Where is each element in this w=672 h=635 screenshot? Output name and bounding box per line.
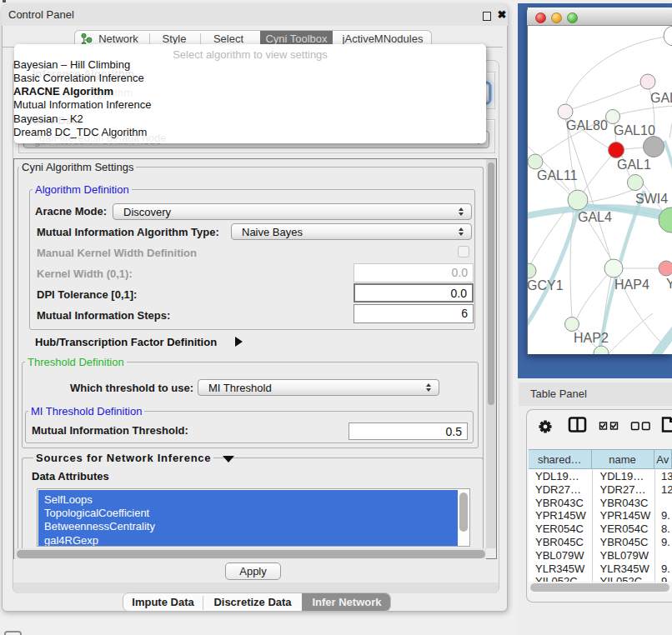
svg-text:HAP4: HAP4 <box>614 278 649 292</box>
svg-text:GAL80: GAL80 <box>566 118 608 132</box>
svg-text:HAP2: HAP2 <box>574 331 609 345</box>
svg-text:GAL1: GAL1 <box>617 158 651 172</box>
svg-text:GAL11: GAL11 <box>537 168 578 182</box>
svg-text:SWI4: SWI4 <box>635 192 668 206</box>
svg-text:GAL7: GAL7 <box>650 91 672 105</box>
svg-text:YP: YP <box>666 277 672 291</box>
svg-text:GCY1: GCY1 <box>528 278 564 292</box>
svg-text:GAL10: GAL10 <box>614 123 655 138</box>
svg-text:GAL4: GAL4 <box>578 210 612 224</box>
